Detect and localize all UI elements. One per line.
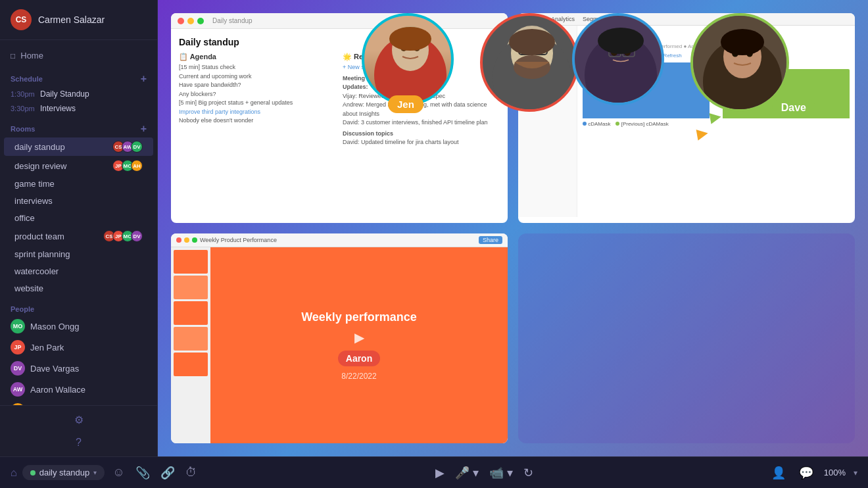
mic-button[interactable]: 🎤 ▾ bbox=[455, 466, 479, 480]
room-item-daily-standup[interactable]: daily standup CS AW DV bbox=[4, 137, 153, 156]
home-icon: □ bbox=[11, 51, 15, 61]
room-item-sprint-planning[interactable]: sprint planning bbox=[4, 246, 153, 262]
aaron-name-bubble: Aaron bbox=[338, 351, 380, 366]
people-item-amber[interactable]: AH Amber Hahn bbox=[0, 400, 157, 405]
people-section-header: People bbox=[0, 297, 157, 316]
face-circle-man-dark bbox=[690, 13, 789, 112]
zoom-chevron-icon[interactable]: ▾ bbox=[854, 468, 857, 477]
min-dot[interactable] bbox=[184, 237, 189, 243]
schedule-item-standup[interactable]: 1:30pm Daily Standup bbox=[0, 87, 157, 101]
max-dot[interactable] bbox=[192, 237, 197, 243]
room-item-website[interactable]: website bbox=[4, 280, 153, 297]
slide-thumb-1[interactable] bbox=[174, 250, 208, 274]
add-room-button[interactable]: + bbox=[141, 124, 147, 134]
pres-toolbar-label: Weekly Product Performance bbox=[200, 237, 277, 243]
sidebar-item-home[interactable]: □ Home bbox=[0, 45, 157, 66]
dave-name-bubble: Dave bbox=[772, 99, 815, 117]
face-circle-woman-asian bbox=[572, 13, 664, 105]
close-dot[interactable] bbox=[176, 237, 181, 243]
chat-icon[interactable]: 💬 bbox=[796, 463, 816, 483]
room-item-watercooler[interactable]: watercooler bbox=[4, 263, 153, 280]
agenda-label: 📋 Agenda bbox=[179, 53, 336, 61]
emoji-icon[interactable]: ☺ bbox=[110, 463, 127, 482]
link-icon[interactable]: 🔗 bbox=[158, 463, 178, 483]
room-item-office[interactable]: office bbox=[4, 210, 153, 226]
slide-title: Weekly performance bbox=[301, 310, 417, 324]
timer-icon[interactable]: ⏱ bbox=[183, 463, 200, 482]
standup-titlebar: Daily standup bbox=[171, 13, 508, 29]
bottom-center: ▶ 🎤 ▾ 📹 ▾ ↻ bbox=[435, 466, 533, 480]
titlebar-close[interactable] bbox=[178, 18, 184, 24]
slide-thumbnails bbox=[171, 247, 210, 443]
room-avatars-product-team: CS JP MO DV bbox=[106, 230, 143, 242]
attach-icon[interactable]: 📎 bbox=[133, 463, 153, 483]
person-icon[interactable]: 👤 bbox=[769, 463, 788, 483]
agenda-item-6: Improve third party integrations bbox=[179, 108, 336, 117]
panel-title: Daily standup bbox=[212, 17, 253, 24]
camera-button[interactable]: 📹 ▾ bbox=[489, 466, 513, 480]
room-item-product-team[interactable]: product team CS JP MO DV bbox=[4, 227, 153, 245]
bottom-left: ⌂ daily standup ▾ ☺ 📎 🔗 ⏱ bbox=[11, 463, 200, 483]
slide-thumb-2[interactable] bbox=[174, 276, 208, 299]
standup-panel: Daily standup Daily standup 📋 Agenda [15… bbox=[171, 13, 508, 223]
bottom-right: 👤 💬 100% ▾ bbox=[769, 463, 857, 483]
legend-current: cDAMask bbox=[583, 121, 610, 127]
room-item-design-review[interactable]: design review JP MO AH bbox=[4, 157, 153, 175]
discussion-label: Discussion topics bbox=[343, 130, 500, 139]
help-icon[interactable]: ? bbox=[76, 437, 82, 449]
agenda-item-4: Any blockers? bbox=[179, 90, 336, 99]
pres-toolbar: Weekly Product Performance Share bbox=[171, 233, 508, 247]
svg-point-5 bbox=[389, 27, 431, 51]
people-item-aaron[interactable]: AW Aaron Wallace bbox=[0, 379, 157, 400]
add-schedule-button[interactable]: + bbox=[141, 74, 147, 84]
room-item-game-time[interactable]: game time bbox=[4, 176, 153, 192]
home-bottom-icon[interactable]: ⌂ bbox=[11, 467, 17, 479]
room-active-dot bbox=[30, 470, 36, 476]
slide-thumb-4[interactable] bbox=[174, 327, 208, 351]
pres-main-slide: Weekly performance ▶ Aaron 8/22/2022 bbox=[210, 247, 508, 443]
room-avatar: DV bbox=[131, 141, 143, 153]
room-avatars-design-review: JP MO AH bbox=[115, 160, 143, 172]
empty-video-panel bbox=[518, 233, 855, 443]
schedule-section-header: Schedule + bbox=[0, 66, 157, 87]
current-room-label: daily standup bbox=[39, 468, 90, 477]
agenda-item-1: [15 min] Status check bbox=[179, 63, 336, 72]
room-avatar: DV bbox=[131, 230, 143, 242]
cursor-pointer-icon: ▶ bbox=[354, 329, 364, 345]
agenda-section: 📋 Agenda [15 min] Status check Current a… bbox=[179, 53, 336, 147]
agenda-item-7: Nobody else doesn't wonder bbox=[179, 116, 336, 126]
agenda-item-2: Current and upcoming work bbox=[179, 72, 336, 82]
settings-icon[interactable]: ⚙ bbox=[74, 414, 84, 426]
avatar-mason: MO bbox=[11, 319, 25, 333]
room-avatar: AH bbox=[131, 160, 143, 172]
avatar-jen: JP bbox=[11, 340, 25, 354]
titlebar-maximize[interactable] bbox=[197, 18, 204, 24]
slide-thumb-5[interactable] bbox=[174, 353, 208, 376]
room-item-interviews[interactable]: interviews bbox=[4, 193, 153, 209]
user-avatar: CS bbox=[11, 9, 32, 30]
avatar-dave: DV bbox=[11, 361, 25, 376]
agenda-item-5: [5 min] Big project status + general upd… bbox=[179, 99, 336, 108]
avatar-aaron: AW bbox=[11, 382, 25, 397]
presentation-panel: Weekly Product Performance Share Weekly … bbox=[171, 233, 508, 443]
titlebar-minimize[interactable] bbox=[187, 18, 194, 24]
sidebar: CS Carmen Salazar □ Home Schedule + 1:30… bbox=[0, 0, 158, 456]
main-content: Daily standup Daily standup 📋 Agenda [15… bbox=[158, 0, 868, 456]
standup-body: Daily standup 📋 Agenda [15 min] Status c… bbox=[171, 29, 508, 159]
sidebar-header: CS Carmen Salazar bbox=[0, 0, 157, 40]
user-name: Carmen Salazar bbox=[38, 14, 105, 25]
schedule-item-interviews[interactable]: 3:30pm Interviews bbox=[0, 101, 157, 116]
people-item-jen[interactable]: JP Jen Park bbox=[0, 337, 157, 358]
people-item-dave[interactable]: DV Dave Vargas bbox=[0, 358, 157, 379]
zoom-level: 100% bbox=[824, 468, 846, 477]
people-item-mason[interactable]: MO Mason Ongg bbox=[0, 316, 157, 337]
play-button[interactable]: ▶ bbox=[435, 466, 445, 480]
slide-thumb-3[interactable] bbox=[174, 301, 208, 325]
discussion-item: David: Updated timeline for jira charts … bbox=[343, 138, 500, 147]
share-button[interactable]: Share bbox=[479, 236, 502, 244]
analytics-toolbar: Analytics Segmentation ✕ bbox=[518, 13, 855, 26]
refresh-button[interactable]: ↻ bbox=[523, 466, 533, 480]
room-indicator[interactable]: daily standup ▾ bbox=[22, 465, 105, 480]
sidebar-bottom: ⚙ ? bbox=[0, 405, 157, 456]
pres-body: Weekly performance ▶ Aaron 8/22/2022 bbox=[171, 247, 508, 443]
